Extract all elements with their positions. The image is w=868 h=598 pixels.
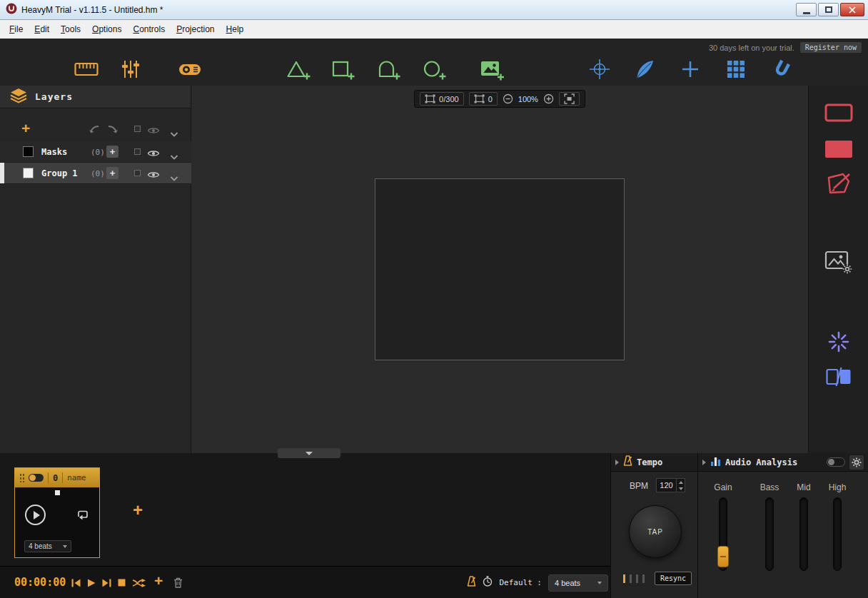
menubar: File Edit Tools Options Controls Project… <box>0 20 868 39</box>
menu-controls[interactable]: Controls <box>127 21 171 37</box>
projection-surface[interactable] <box>375 178 625 360</box>
audio-panel-title: Audio Analysis <box>725 457 797 467</box>
skip-end-button[interactable] <box>102 579 111 587</box>
skip-start-button[interactable] <box>71 579 81 587</box>
bass-slider-track[interactable] <box>765 497 774 571</box>
add-circle-icon <box>422 58 446 81</box>
keyboard-shortcuts-button[interactable] <box>74 56 99 82</box>
merge-down-icon[interactable] <box>89 124 100 137</box>
register-now-button[interactable]: Register now <box>800 42 862 53</box>
menu-options[interactable]: Options <box>86 21 127 37</box>
add-arch-icon <box>376 58 400 81</box>
transport-beats-dropdown[interactable]: 4 beats <box>548 574 608 592</box>
group-1-visibility-eye-icon[interactable] <box>147 169 160 182</box>
trash-icon <box>173 577 183 588</box>
bpm-value[interactable]: 120 <box>657 479 676 492</box>
menu-help[interactable]: Help <box>221 21 250 37</box>
menu-projection[interactable]: Projection <box>171 21 220 37</box>
shuffle-button[interactable] <box>132 579 146 587</box>
freehand-draw-icon <box>825 171 852 196</box>
group-1-layer-name: Group 1 <box>41 168 78 178</box>
magnet-snap-button[interactable] <box>769 56 794 82</box>
tempo-collapse-arrow-icon[interactable] <box>615 460 619 465</box>
tempo-panel-header: Tempo <box>611 453 697 472</box>
audio-settings-button[interactable] <box>849 455 864 470</box>
audio-analysis-toggle[interactable] <box>827 457 845 467</box>
add-track-button[interactable]: + <box>154 572 163 589</box>
masks-blend-checkbox[interactable] <box>134 148 141 155</box>
menu-file[interactable]: File <box>4 21 29 37</box>
bpm-decrease-button[interactable] <box>677 485 685 492</box>
gain-slider-handle[interactable] <box>717 546 729 567</box>
masks-expand-chevron-icon[interactable] <box>170 150 178 163</box>
media-settings-button[interactable] <box>824 250 853 274</box>
menu-edit[interactable]: Edit <box>29 21 55 37</box>
sequences-zone[interactable]: 0 name 4 beats + <box>0 453 610 566</box>
add-point-button[interactable] <box>677 56 703 82</box>
fit-view-button[interactable] <box>559 92 580 106</box>
freehand-draw-effect-button[interactable] <box>825 171 852 196</box>
close-button[interactable] <box>840 3 864 16</box>
add-sequence-button[interactable]: + <box>133 500 143 520</box>
sequence-active-toggle[interactable] <box>29 474 44 482</box>
menu-tools[interactable]: Tools <box>55 21 86 37</box>
bpm-spinner[interactable]: 120 <box>656 478 685 492</box>
zoom-out-button[interactable] <box>503 93 513 104</box>
mask-count-value: 0/300 <box>439 95 459 103</box>
sequence-beats-dropdown[interactable]: 4 beats <box>24 540 71 552</box>
sequence-block[interactable]: 0 name 4 beats <box>14 467 100 558</box>
burst-effect-button[interactable] <box>828 331 849 353</box>
faders-button[interactable] <box>118 56 143 82</box>
layer-row-masks[interactable]: Masks (0) + <box>0 141 191 163</box>
collapse-all-chevron-icon[interactable] <box>170 127 178 140</box>
sequence-name-field[interactable]: name <box>67 473 86 482</box>
layer-row-group-1[interactable]: Group 1 (0) + <box>0 163 191 184</box>
mid-slider-track[interactable] <box>799 497 808 571</box>
zoom-in-button[interactable] <box>543 93 554 104</box>
drag-grip-icon[interactable] <box>19 473 24 482</box>
add-media-button[interactable] <box>479 56 505 82</box>
add-circle-button[interactable] <box>421 56 447 82</box>
minimize-button[interactable] <box>796 3 817 16</box>
resync-button[interactable]: Resync <box>655 572 692 585</box>
masks-visibility-eye-icon[interactable] <box>147 148 160 161</box>
add-layer-button[interactable]: + <box>21 119 30 138</box>
grid-button[interactable] <box>723 56 749 82</box>
sequence-header[interactable]: 0 name <box>15 468 99 487</box>
add-mask-button[interactable]: + <box>106 146 118 158</box>
projector-output-button[interactable] <box>177 56 203 82</box>
up-arrow-icon <box>679 481 683 484</box>
maximize-button[interactable] <box>818 3 839 16</box>
masks-color-swatch[interactable] <box>23 146 34 157</box>
high-slider-track[interactable] <box>833 497 842 571</box>
add-arch-button[interactable] <box>375 56 401 82</box>
group-1-blend-checkbox[interactable] <box>134 170 141 176</box>
global-blend-checkbox[interactable] <box>134 126 141 132</box>
group-1-color-swatch[interactable] <box>23 168 34 178</box>
sequence-preview-square <box>55 490 60 495</box>
bpm-increase-button[interactable] <box>677 479 685 485</box>
bottom-panel-collapse-handle[interactable] <box>278 448 340 458</box>
audio-analysis-panel: Audio Analysis Gain Bass Mid High <box>697 453 868 598</box>
tempo-panel: Tempo BPM 120 TAP Resync <box>610 453 697 598</box>
tap-tempo-button[interactable]: TAP <box>629 505 682 558</box>
add-rectangle-button[interactable] <box>330 56 355 82</box>
add-triangle-button[interactable] <box>286 56 311 82</box>
mapping-canvas[interactable]: 0/300 0 100% <box>191 86 808 453</box>
audio-collapse-arrow-icon[interactable] <box>702 460 706 465</box>
group-1-expand-chevron-icon[interactable] <box>170 171 178 184</box>
grid-icon <box>725 58 747 81</box>
sequence-loop-button[interactable] <box>76 509 90 523</box>
play-button[interactable] <box>87 579 96 587</box>
target-crosshair-button[interactable] <box>587 56 612 82</box>
trash-button[interactable] <box>173 577 183 591</box>
slides-transition-button[interactable] <box>826 367 852 387</box>
outline-effect-button[interactable] <box>824 103 853 122</box>
merge-up-icon[interactable] <box>107 124 118 137</box>
global-visibility-eye-icon[interactable] <box>147 125 160 138</box>
feather-draw-button[interactable] <box>632 56 657 82</box>
add-to-group-button[interactable]: + <box>106 167 118 179</box>
fill-effect-button[interactable] <box>824 140 853 158</box>
sequence-play-button[interactable] <box>25 505 46 525</box>
stop-button[interactable] <box>118 579 126 587</box>
